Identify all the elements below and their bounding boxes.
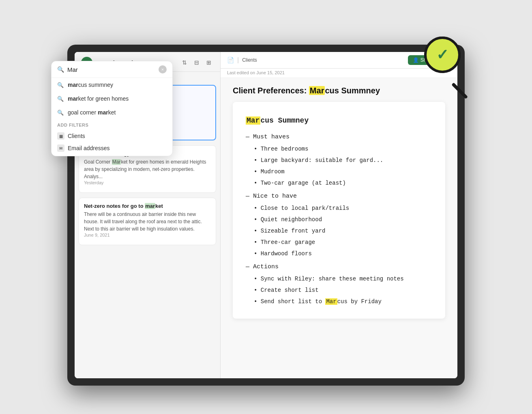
hw-section-actions: — Actions — [246, 261, 432, 273]
search-suggestion-icon: 🔍 — [57, 110, 64, 116]
filter-emails-label: Email addresses — [68, 145, 110, 151]
hw-bullet: • Send short list to Marcus by Friday — [254, 296, 432, 307]
handwritten-note: Marcus Summney — Must haves • Three bedr… — [233, 102, 445, 319]
note-title: Client Preferences: Marcus Summney — [233, 86, 445, 95]
hw-section-nice-to-have: — Nice to have — [246, 190, 432, 203]
hw-client-name: Marcus Summney — [246, 113, 432, 128]
right-panel-header: 📄 | Clients 👤 Share ··· — [221, 52, 457, 69]
breadcrumb-separator: | — [237, 56, 239, 64]
magnifier-circle: ✓ — [424, 37, 461, 73]
hw-bullet: • Mudroom — [254, 166, 432, 177]
filter-clients-label: Clients — [68, 133, 85, 139]
hw-bullet: • Hardwood floors — [254, 248, 432, 259]
filter-item-clients[interactable]: ▦ Clients — [57, 130, 167, 142]
hw-bullet: • Three bedrooms — [254, 143, 432, 155]
result-time: June 9, 2021 — [84, 233, 211, 237]
autocomplete-item-market[interactable]: 🔍 market for green homes — [51, 92, 172, 106]
hw-bullet: • Large backyard: suitable for gard... — [254, 155, 432, 166]
hw-bullet: • Sync with Riley: share these meeting n… — [254, 273, 432, 285]
breadcrumb-doc-icon: 📄 — [227, 57, 234, 63]
autocomplete-text: goal corner market — [68, 109, 116, 116]
hw-bullet: • Three-car garage — [254, 237, 432, 248]
result-time: Yesterday — [84, 180, 211, 185]
hw-bullet: • Two-car garage (at least) — [254, 177, 432, 189]
filter-icon[interactable]: ⊟ — [192, 58, 202, 67]
hw-bullet: • Create short list — [254, 285, 432, 296]
autocomplete-item-goal-corner[interactable]: 🔍 goal corner market — [51, 106, 172, 119]
autocomplete-text: marcus summney — [68, 82, 113, 88]
sort-icon[interactable]: ⇅ — [180, 58, 189, 67]
search-input-row: 🔍 Mar × — [51, 61, 172, 78]
filter-item-emails[interactable]: ✉ Email addresses — [57, 142, 167, 154]
filter-clients-icon: ▦ — [57, 132, 64, 140]
right-panel: 📄 | Clients 👤 Share ··· Last edited on J… — [221, 52, 457, 378]
filter-section-label: Add filters — [57, 123, 167, 127]
search-query-display[interactable]: Mar — [67, 66, 155, 73]
search-suggestion-icon: 🔍 — [57, 82, 64, 88]
autocomplete-text: market for green homes — [68, 95, 129, 102]
search-clear-button[interactable]: × — [159, 65, 167, 73]
search-icon: 🔍 — [57, 66, 64, 73]
grid-icon[interactable]: ⊞ — [204, 58, 214, 67]
result-preview: There will be a continuous air barrier i… — [84, 211, 211, 233]
search-suggestion-icon: 🔍 — [57, 96, 64, 102]
hw-section-must-haves: — Must haves — [246, 131, 432, 143]
result-title: Net-zero notes for go to market — [84, 203, 211, 209]
result-preview: Goal Corner Market for green homes in em… — [84, 158, 211, 180]
hw-bullet: • Quiet neighborhood — [254, 214, 432, 225]
hw-bullet: • Sizeable front yard — [254, 225, 432, 237]
note-meta: Last edited on June 15, 2021 — [221, 69, 457, 78]
magnifier-decoration: ✓ — [424, 37, 477, 89]
header-icons: ⇅ ⊟ ⊞ — [180, 58, 214, 67]
search-result-item[interactable]: Net-zero notes for go to market There wi… — [79, 198, 216, 245]
dot-ring — [424, 37, 461, 73]
filter-emails-icon: ✉ — [57, 144, 64, 152]
note-content: Client Preferences: Marcus Summney Marcu… — [221, 78, 457, 378]
autocomplete-item-marcus[interactable]: 🔍 marcus summney — [51, 78, 172, 92]
hw-bullet: • Close to local park/trails — [254, 203, 432, 214]
breadcrumb: Clients — [242, 57, 404, 63]
filter-section: Add filters ▦ Clients ✉ Email addresses — [51, 119, 172, 156]
search-dropdown: 🔍 Mar × 🔍 marcus summney 🔍 market for gr… — [51, 61, 173, 156]
